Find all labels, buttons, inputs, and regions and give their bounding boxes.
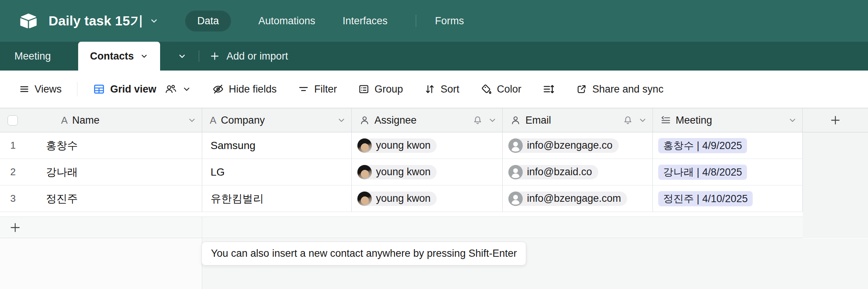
assignee-pill: young kwon bbox=[357, 192, 437, 206]
base-menu-chevron-down-icon[interactable] bbox=[149, 16, 159, 25]
cell-company[interactable]: LG bbox=[202, 159, 352, 185]
cell-email[interactable]: info@bzaid.co bbox=[503, 159, 653, 185]
cell-assignee[interactable]: young kwon bbox=[352, 159, 503, 185]
color-paint-icon bbox=[481, 83, 492, 95]
assignee-name: young kwon bbox=[376, 140, 431, 151]
topbar-divider bbox=[416, 15, 416, 27]
cell-name[interactable]: 2 강나래 bbox=[0, 159, 202, 185]
share-and-sync-label: Share and sync bbox=[592, 83, 664, 95]
grid-view-switcher[interactable]: Grid view bbox=[93, 83, 192, 95]
cell-email[interactable]: info@bzengage.com bbox=[503, 185, 653, 212]
generic-user-avatar bbox=[508, 192, 523, 206]
column-chevron-down-icon[interactable] bbox=[337, 116, 346, 125]
assignee-pill: young kwon bbox=[357, 138, 437, 153]
add-field-button[interactable] bbox=[803, 108, 868, 132]
share-and-sync-button[interactable]: Share and sync bbox=[576, 83, 664, 95]
filter-button[interactable]: Filter bbox=[298, 83, 337, 95]
color-button[interactable]: Color bbox=[481, 83, 522, 95]
hide-fields-button[interactable]: Hide fields bbox=[212, 83, 277, 95]
column-header-name[interactable]: A Name bbox=[0, 108, 202, 132]
notification-bell-icon[interactable] bbox=[623, 115, 633, 125]
column-chevron-down-icon[interactable] bbox=[187, 116, 197, 125]
column-header-email[interactable]: Email bbox=[503, 108, 653, 132]
cell-company-text: LG bbox=[211, 166, 225, 178]
filter-icon bbox=[298, 83, 309, 95]
cell-name[interactable]: 1 홍창수 bbox=[0, 132, 202, 159]
nav-tab-forms[interactable]: Forms bbox=[435, 15, 464, 27]
cell-meeting[interactable]: 정진주 | 4/10/2025 bbox=[653, 185, 803, 212]
nav-tab-interfaces[interactable]: Interfaces bbox=[343, 15, 388, 27]
cell-name-text: 홍창수 bbox=[46, 138, 78, 153]
base-title[interactable]: Daily task 15기 bbox=[49, 12, 143, 30]
linked-record-chip[interactable]: 강나래 | 4/8/2025 bbox=[658, 165, 747, 180]
column-label-company: Company bbox=[221, 115, 265, 126]
views-sidebar-button[interactable]: Views bbox=[19, 83, 62, 95]
cell-company[interactable]: Samsung bbox=[202, 132, 352, 159]
linked-record-chip[interactable]: 홍창수 | 4/9/2025 bbox=[658, 138, 747, 153]
cell-assignee[interactable]: young kwon bbox=[352, 132, 503, 159]
single-line-text-field-icon: A bbox=[61, 115, 68, 126]
generic-user-avatar bbox=[508, 165, 523, 179]
assignee-name: young kwon bbox=[376, 193, 431, 204]
row-number: 2 bbox=[0, 166, 46, 178]
table-row: 2 강나래 LG young kwon info@bzaid.co 강나래 | … bbox=[0, 159, 803, 185]
email-text: info@bzengage.co bbox=[527, 140, 613, 151]
notification-bell-icon[interactable] bbox=[473, 115, 483, 125]
column-label-meeting: Meeting bbox=[676, 115, 712, 126]
user-field-icon bbox=[510, 115, 521, 126]
user-field-icon bbox=[359, 115, 370, 126]
cell-email[interactable]: info@bzengage.co bbox=[503, 132, 653, 159]
table-tab-contacts[interactable]: Contacts bbox=[78, 42, 160, 71]
cell-name-text: 강나래 bbox=[46, 165, 78, 179]
cell-name[interactable]: 3 정진주 bbox=[0, 185, 202, 212]
column-chevron-down-icon[interactable] bbox=[488, 116, 497, 125]
airtable-app-window: Daily task 15기 Data Automations Interfac… bbox=[0, 0, 868, 289]
row-number: 3 bbox=[0, 193, 46, 204]
assignee-pill: young kwon bbox=[357, 165, 437, 179]
sort-icon bbox=[424, 83, 436, 95]
table-row: 1 홍창수 Samsung young kwon info@bzengage.c… bbox=[0, 132, 803, 159]
bottom-canvas-left bbox=[0, 239, 202, 289]
cell-assignee[interactable]: young kwon bbox=[352, 185, 503, 212]
views-label: Views bbox=[35, 83, 62, 95]
top-app-bar: Daily task 15기 Data Automations Interfac… bbox=[0, 0, 868, 42]
nav-tab-data[interactable]: Data bbox=[185, 11, 231, 31]
cell-company[interactable]: 유한킴벌리 bbox=[202, 185, 352, 212]
column-header-assignee[interactable]: Assignee bbox=[352, 108, 503, 132]
group-label: Group bbox=[374, 83, 403, 95]
linked-record-chip[interactable]: 정진주 | 4/10/2025 bbox=[658, 191, 753, 206]
tooltip-text: You can also insert a new contact anywhe… bbox=[211, 248, 517, 259]
assignee-name: young kwon bbox=[376, 166, 431, 178]
column-header-meeting[interactable]: Meeting bbox=[653, 108, 803, 132]
assignee-avatar bbox=[357, 138, 372, 153]
plus-icon bbox=[830, 115, 841, 126]
row-height-button[interactable] bbox=[542, 83, 555, 95]
add-or-import-button[interactable]: Add or import bbox=[210, 42, 288, 71]
column-label-email: Email bbox=[525, 115, 551, 126]
cell-meeting[interactable]: 강나래 | 4/8/2025 bbox=[653, 159, 803, 185]
column-chevron-down-icon[interactable] bbox=[638, 116, 647, 125]
group-button[interactable]: Group bbox=[358, 83, 403, 95]
cell-meeting[interactable]: 홍창수 | 4/9/2025 bbox=[653, 132, 803, 159]
column-header-company[interactable]: A Company bbox=[202, 108, 352, 132]
select-all-checkbox[interactable] bbox=[8, 115, 18, 126]
grid-header-row: A Name A Company Assignee bbox=[0, 108, 868, 132]
grid-view-icon bbox=[93, 83, 105, 95]
row-number: 1 bbox=[0, 140, 46, 151]
add-record-row[interactable] bbox=[0, 217, 803, 238]
collaborators-icon bbox=[164, 83, 176, 95]
nav-tab-automations[interactable]: Automations bbox=[258, 15, 315, 27]
column-chevron-down-icon[interactable] bbox=[788, 116, 797, 125]
cell-company-text: 유한킴벌리 bbox=[211, 192, 264, 206]
table-tab-meeting[interactable]: Meeting bbox=[1, 42, 64, 71]
sort-button[interactable]: Sort bbox=[424, 83, 459, 95]
hamburger-menu-icon bbox=[19, 84, 30, 94]
table-row: 3 정진주 유한킴벌리 young kwon info@bzengage.com… bbox=[0, 185, 803, 212]
cell-company-text: Samsung bbox=[211, 140, 255, 152]
assignee-avatar bbox=[357, 165, 372, 179]
toolbar-divider bbox=[77, 82, 77, 96]
contacts-tab-chevron-down-icon bbox=[140, 52, 148, 60]
add-record-plus-icon bbox=[9, 221, 21, 234]
table-list-chevron-down-icon[interactable] bbox=[178, 42, 187, 71]
airtable-logo-icon[interactable] bbox=[20, 13, 37, 28]
